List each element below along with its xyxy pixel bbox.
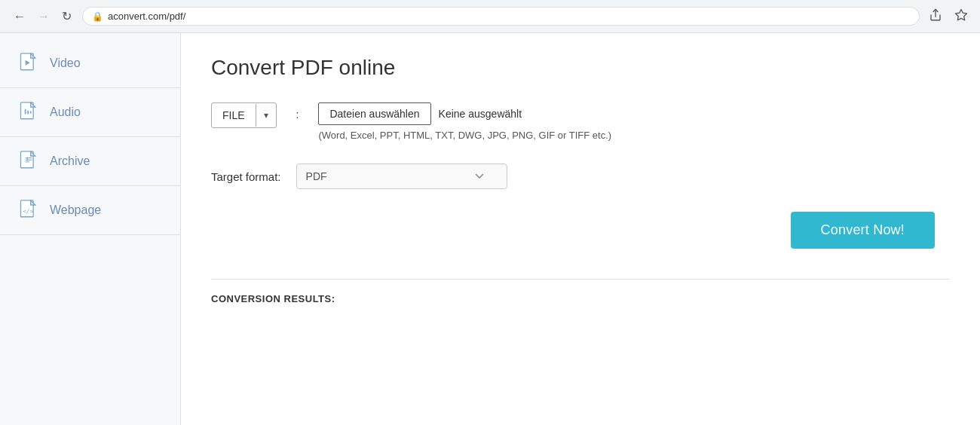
browser-actions: [926, 5, 971, 28]
file-type-selector[interactable]: FILE ▾: [211, 102, 277, 128]
svg-point-12: [26, 157, 28, 159]
target-format-section: Target format: PDF: [211, 164, 950, 189]
sidebar-item-webpage-label: Webpage: [50, 203, 101, 217]
file-types-hint: (Word, Excel, PPT, HTML, TXT, DWG, JPG, …: [318, 130, 611, 141]
audio-icon: [18, 102, 39, 123]
sidebar-item-archive-label: Archive: [50, 154, 90, 168]
svg-point-13: [26, 159, 28, 161]
browser-chrome: ← → ↻ 🔒 aconvert.com/pdf/: [0, 0, 980, 33]
sidebar-item-archive[interactable]: Archive: [0, 137, 180, 186]
sidebar-item-video-label: Video: [50, 57, 81, 70]
convert-now-button[interactable]: Convert Now!: [791, 212, 935, 249]
upload-section: FILE ▾ : Dateien auswählen Keine ausgewä…: [211, 102, 950, 141]
back-button[interactable]: ←: [9, 7, 30, 26]
lock-icon: 🔒: [92, 11, 103, 22]
convert-btn-section: Convert Now!: [211, 212, 950, 249]
page-layout: Video Audio: [0, 33, 980, 425]
svg-marker-1: [956, 9, 967, 20]
conversion-results-title: CONVERSION RESULTS:: [211, 293, 335, 304]
url-text: aconvert.com/pdf/: [108, 11, 910, 22]
format-select[interactable]: PDF: [296, 164, 507, 189]
upload-area: Dateien auswählen Keine ausgewählt (Word…: [318, 102, 611, 141]
conversion-results-section: CONVERSION RESULTS:: [211, 279, 950, 305]
file-type-dropdown-arrow[interactable]: ▾: [256, 104, 276, 127]
file-type-colon: :: [292, 102, 304, 127]
no-file-selected-text: Keine ausgewählt: [439, 108, 522, 120]
upload-row: Dateien auswählen Keine ausgewählt: [318, 102, 611, 125]
sidebar-item-audio-label: Audio: [50, 105, 81, 119]
share-button[interactable]: [926, 5, 945, 28]
nav-buttons: ← → ↻: [9, 6, 76, 26]
file-type-label: FILE: [212, 103, 256, 127]
sidebar-item-audio[interactable]: Audio: [0, 88, 180, 137]
main-content: Convert PDF online FILE ▾ : Dateien ausw…: [181, 33, 980, 425]
svg-text:</>: </>: [23, 208, 33, 215]
webpage-icon: </>: [18, 200, 39, 221]
svg-rect-6: [27, 110, 29, 114]
reload-button[interactable]: ↻: [57, 6, 76, 26]
sidebar-item-video[interactable]: Video: [0, 39, 180, 88]
bookmark-button[interactable]: [951, 5, 971, 28]
video-icon: [18, 53, 39, 74]
sidebar: Video Audio: [0, 33, 181, 425]
target-format-label: Target format:: [211, 170, 281, 183]
sidebar-item-webpage[interactable]: </> Webpage: [0, 186, 180, 235]
address-bar[interactable]: 🔒 aconvert.com/pdf/: [82, 7, 920, 26]
page-title: Convert PDF online: [211, 56, 950, 80]
forward-button[interactable]: →: [33, 7, 54, 26]
svg-rect-5: [25, 109, 26, 115]
archive-icon: [18, 151, 39, 172]
svg-rect-7: [30, 111, 32, 114]
choose-file-button[interactable]: Dateien auswählen: [318, 102, 430, 125]
